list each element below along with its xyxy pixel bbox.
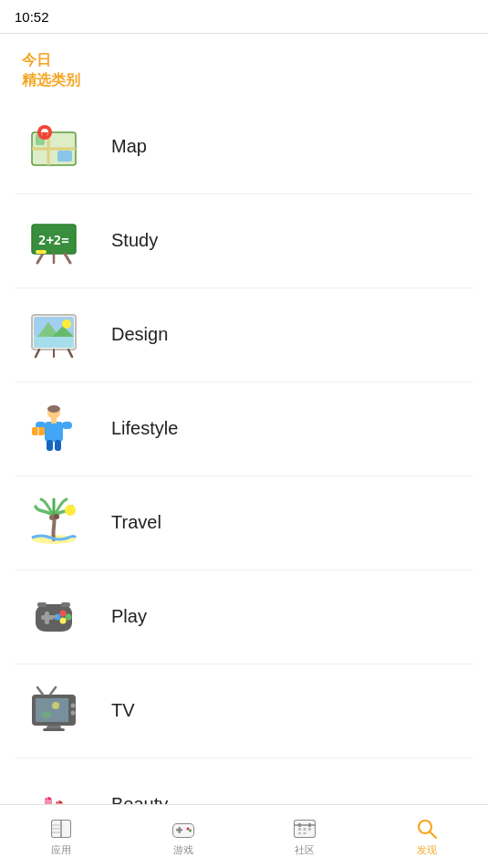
- category-list: Map 2+2= Study: [0, 100, 488, 807]
- svg-line-92: [431, 831, 437, 838]
- svg-point-55: [71, 703, 76, 707]
- list-item[interactable]: Lifestyle: [15, 382, 473, 476]
- apps-nav-icon: [49, 817, 73, 841]
- svg-point-43: [66, 613, 72, 620]
- svg-rect-21: [34, 337, 74, 348]
- list-item[interactable]: Play: [15, 570, 473, 664]
- design-label: Design: [111, 324, 168, 345]
- map-icon: [22, 115, 86, 179]
- community-nav-icon: [293, 817, 317, 841]
- design-icon: [22, 303, 86, 367]
- svg-line-12: [65, 254, 70, 263]
- list-item[interactable]: Travel: [15, 476, 473, 570]
- tv-icon: [22, 679, 86, 743]
- svg-point-27: [47, 405, 60, 413]
- svg-point-39: [65, 505, 76, 516]
- svg-rect-52: [36, 698, 68, 722]
- svg-rect-89: [298, 832, 301, 834]
- list-item[interactable]: Design: [15, 288, 473, 382]
- games-nav-icon: [171, 817, 195, 841]
- svg-rect-46: [37, 602, 47, 607]
- study-label: Study: [111, 230, 158, 251]
- nav-item-discover[interactable]: 发现: [406, 811, 448, 863]
- lifestyle-label: Lifestyle: [111, 418, 178, 439]
- nav-label-apps: 应用: [51, 843, 71, 857]
- svg-rect-34: [55, 440, 61, 451]
- svg-line-53: [37, 687, 43, 695]
- svg-rect-87: [304, 828, 306, 831]
- list-item[interactable]: Beauty: [15, 758, 473, 807]
- list-item[interactable]: 2+2= Study: [15, 194, 473, 288]
- svg-point-37: [49, 515, 55, 520]
- svg-point-59: [41, 711, 52, 718]
- nav-item-games[interactable]: 游戏: [162, 811, 204, 863]
- nav-label-games: 游戏: [173, 843, 193, 857]
- nav-item-community[interactable]: 社区: [284, 811, 326, 863]
- nav-item-apps[interactable]: 应用: [40, 811, 82, 863]
- svg-rect-35: [51, 418, 57, 424]
- svg-rect-88: [308, 828, 311, 831]
- header-title-sub: 精选类别: [22, 70, 466, 90]
- travel-label: Travel: [111, 512, 161, 533]
- svg-point-22: [62, 319, 71, 329]
- status-time: 10:52: [15, 9, 49, 25]
- list-item[interactable]: TV: [15, 664, 473, 758]
- travel-icon: [22, 491, 86, 555]
- svg-point-38: [54, 514, 59, 519]
- svg-rect-78: [178, 827, 181, 833]
- svg-line-11: [37, 254, 43, 263]
- beauty-icon: [22, 773, 86, 807]
- svg-rect-33: [47, 440, 53, 451]
- map-label: Map: [111, 136, 147, 157]
- nav-label-community: 社区: [295, 843, 315, 857]
- svg-rect-86: [298, 828, 301, 831]
- svg-rect-41: [45, 612, 49, 624]
- list-item[interactable]: Map: [15, 100, 473, 194]
- svg-point-80: [189, 829, 192, 831]
- discover-nav-icon: [415, 817, 439, 841]
- play-icon: [22, 585, 86, 649]
- svg-line-23: [36, 350, 39, 357]
- svg-rect-30: [62, 422, 72, 429]
- svg-rect-47: [61, 602, 70, 607]
- svg-rect-85: [308, 823, 311, 827]
- svg-rect-48: [50, 615, 54, 618]
- svg-line-54: [50, 687, 56, 695]
- tv-label: TV: [111, 700, 135, 721]
- svg-rect-84: [298, 823, 301, 827]
- bottom-nav: 应用 游戏: [0, 804, 488, 868]
- lifestyle-icon: [22, 397, 86, 461]
- study-icon: 2+2=: [22, 209, 86, 273]
- status-bar: 10:52: [0, 0, 488, 33]
- svg-rect-90: [304, 832, 306, 834]
- svg-point-60: [52, 702, 59, 709]
- svg-rect-4: [57, 151, 72, 162]
- svg-rect-28: [45, 422, 63, 442]
- svg-point-56: [71, 710, 76, 715]
- play-label: Play: [111, 606, 147, 627]
- svg-point-42: [60, 610, 67, 616]
- svg-point-44: [60, 617, 67, 623]
- svg-text:2+2=: 2+2=: [38, 233, 69, 247]
- svg-rect-49: [54, 615, 57, 618]
- svg-line-24: [68, 350, 72, 357]
- svg-rect-15: [36, 250, 47, 254]
- nav-label-discover: 发现: [417, 843, 437, 857]
- svg-rect-58: [43, 728, 65, 731]
- svg-point-79: [186, 827, 189, 830]
- header-title-today: 今日: [22, 50, 466, 70]
- header: 今日 精选类别: [0, 34, 488, 100]
